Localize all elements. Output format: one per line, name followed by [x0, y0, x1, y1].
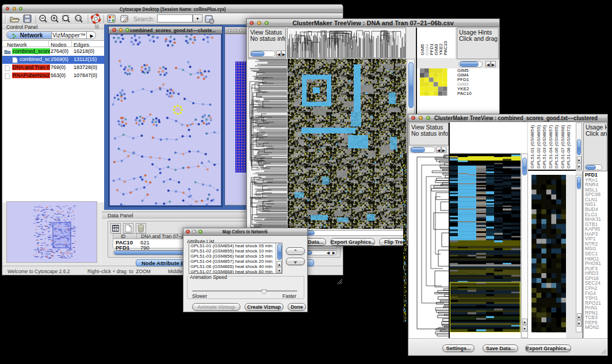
svg-text:1:1: 1:1: [76, 17, 81, 20]
